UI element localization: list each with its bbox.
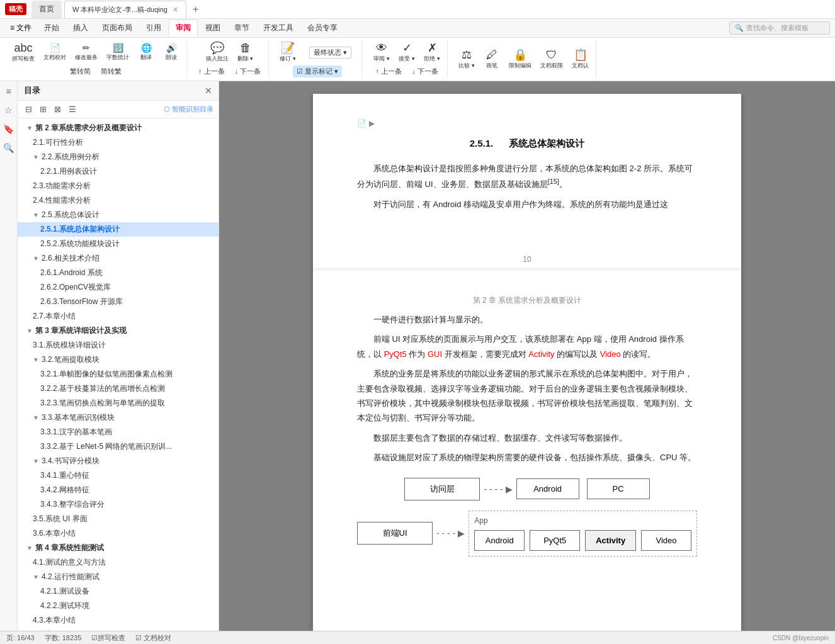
toc-item[interactable]: 4.2.2.测试环境	[18, 599, 219, 613]
toc-item-active[interactable]: 2.5.1.系统总体架构设计	[18, 222, 219, 237]
accept-btn[interactable]: ✓ 接受 ▾	[395, 41, 418, 64]
prev-comment-btn[interactable]: ↑ 上一条	[195, 65, 229, 77]
toc-toolbar: ⊟ ⊞ ⊠ ☰ ⬡ 智能识别目录	[18, 101, 219, 118]
document-area[interactable]: 📄 ▶ 2.5.1. 系统总体架构设计 系统总体架构设计是指按照多种角度进行分层…	[219, 81, 835, 631]
pen-btn[interactable]: 🖊 画笔	[480, 48, 503, 71]
sidebar-bookmark-icon[interactable]: 🔖	[1, 121, 16, 137]
toc-item-label: 3.4.3.整字综合评分	[40, 499, 105, 510]
toc-icon3[interactable]: ⊠	[52, 103, 64, 115]
sidebar-search-icon[interactable]: 🔍	[1, 140, 16, 155]
toc-item[interactable]: ▼ 总结	[18, 628, 219, 631]
toc-item[interactable]: 2.6.3.TensorFlow 开源库	[18, 295, 219, 309]
toc-icon1[interactable]: ⊟	[23, 103, 35, 115]
toc-item[interactable]: 3.4.2.网格特征	[18, 483, 219, 497]
review-btn[interactable]: 👁 审阅 ▾	[370, 41, 393, 64]
toc-icon4[interactable]: ☰	[66, 103, 79, 115]
tab-huiyuan[interactable]: 会员专享	[301, 20, 344, 36]
toc-item[interactable]: ▼ 3.2.笔画提取模块	[18, 353, 219, 367]
toc-item[interactable]: 2.2.1.用例表设计	[18, 164, 219, 179]
toc-item[interactable]: 3.6.本章小结	[18, 526, 219, 541]
toc-item[interactable]: 3.2.1.单帧图像的疑似笔画图像素点检测	[18, 367, 219, 381]
toc-close-btn[interactable]: ✕	[205, 86, 212, 96]
toc-item[interactable]: 4.1.测试的意义与方法	[18, 555, 219, 570]
final-state-btn[interactable]: 最终状态 ▾	[302, 45, 358, 60]
next-change-btn[interactable]: ↓ 下一条	[408, 65, 442, 77]
tab-kaishi[interactable]: 开始	[38, 20, 65, 36]
toc-item[interactable]: 3.5.系统 UI 界面	[18, 512, 219, 526]
delete-comment-btn[interactable]: 🗑 删除 ▾	[234, 41, 257, 64]
tab-kaifa[interactable]: 开发工具	[257, 20, 300, 36]
reject-btn[interactable]: ✗ 拒绝 ▾	[421, 41, 443, 64]
spell-check-btn[interactable]: abc 拼写检查	[9, 41, 38, 64]
toc-item[interactable]: ▼ 4.2.运行性能测试	[18, 570, 219, 584]
highlight-gui: GUI	[428, 349, 442, 359]
modify-service-btn[interactable]: ✏ 修改服务	[72, 42, 101, 63]
toc-item[interactable]: 2.4.性能需求分析	[18, 193, 219, 208]
toc-item[interactable]: ▼ 3.3.基本笔画识别模块	[18, 410, 219, 425]
file-menu[interactable]: ≡ 文件	[5, 20, 37, 36]
toc-smart-btn[interactable]: ⬡ 智能识别目录	[164, 105, 213, 114]
compare-docs-btn[interactable]: ⚖ 比较 ▾	[455, 48, 478, 71]
sidebar-menu-icon[interactable]: ≡	[1, 84, 16, 99]
toc-item[interactable]: ▼ 2.6.相关技术介绍	[18, 251, 219, 266]
prev-change-btn[interactable]: ↑ 上一条	[372, 65, 406, 77]
ribbon: ≡ 文件 开始 插入 页面布局 引用 审阅 视图 章节 开发工具 会员专享 🔍 …	[0, 19, 835, 81]
diagram-row-1: 访问层 - - - - ▶ Android PC	[357, 478, 697, 500]
track-changes-btn[interactable]: 📝 修订 ▾	[276, 41, 299, 64]
toc-item[interactable]: 2.3.功能需求分析	[18, 179, 219, 193]
simp-to-trad-btn[interactable]: 简转繁	[97, 65, 125, 77]
toc-item[interactable]: ▼ 第 3 章系统详细设计及实现	[18, 324, 219, 338]
toc-item[interactable]: ▼ 第 4 章系统性能测试	[18, 541, 219, 555]
review-icon: 👁	[376, 42, 387, 54]
toc-item[interactable]: 3.4.1.重心特征	[18, 468, 219, 483]
translate-btn[interactable]: 🌐 翻译	[135, 42, 157, 63]
toc-item[interactable]: 2.5.2.系统功能模块设计	[18, 237, 219, 251]
read-icon: 🔊	[166, 43, 177, 52]
show-markup-btn[interactable]: ☑ 显示标记 ▾	[293, 65, 342, 77]
insert-comment-btn[interactable]: 💬 插入批注	[203, 41, 232, 64]
toc-item[interactable]: 3.4.3.整字综合评分	[18, 497, 219, 512]
toc-item[interactable]: 2.6.1.Android 系统	[18, 266, 219, 280]
toc-item[interactable]: 3.2.3.笔画切换点检测与单笔画的提取	[18, 396, 219, 410]
search-placeholder: 查找命令、搜索模板	[746, 23, 809, 33]
toc-item[interactable]: 3.2.2.基于枝蔓算法的笔画增长点检测	[18, 381, 219, 396]
toc-item-label: 3.3.1.汉字的基本笔画	[40, 427, 112, 438]
doc-auth-btn[interactable]: 📋 文档认	[569, 48, 592, 71]
toc-item-label: 3.1.系统模块详细设计	[33, 340, 106, 351]
sidebar-star-icon[interactable]: ☆	[1, 103, 16, 118]
wps-logo-tab[interactable]: 稿壳	[5, 3, 26, 15]
toc-view-icons: ⊟ ⊞ ⊠ ☰	[23, 103, 79, 115]
toc-item[interactable]: 4.2.1.测试设备	[18, 584, 219, 599]
toc-icon2[interactable]: ⊞	[37, 103, 49, 115]
reject-icon: ✗	[428, 42, 437, 54]
tab-shenyue[interactable]: 审阅	[169, 20, 198, 37]
toc-item[interactable]: ▼ 第 2 章系统需求分析及概要设计	[18, 121, 219, 135]
toc-item[interactable]: 3.3.1.汉字的基本笔画	[18, 425, 219, 439]
toc-item[interactable]: 2.6.2.OpenCV视觉库	[18, 280, 219, 295]
toc-item[interactable]: ▼ 2.2.系统用例分析	[18, 150, 219, 164]
toc-item[interactable]: 2.7.本章小结	[18, 309, 219, 324]
close-tab-icon[interactable]: ✕	[173, 6, 178, 14]
toc-item[interactable]: 4.3.本章小结	[18, 613, 219, 628]
tab-yemian[interactable]: 页面布局	[96, 20, 139, 36]
doc-compare-btn[interactable]: 📄 文档校对	[40, 42, 69, 63]
toc-item[interactable]: ▼ 2.5.系统总体设计	[18, 208, 219, 222]
trad-to-simp-btn[interactable]: 繁转简	[66, 65, 94, 77]
toc-item[interactable]: ▼ 3.4.书写评分模块	[18, 454, 219, 468]
tab-doc[interactable]: W 本科毕业论文-李...稿-duqing ✕	[64, 1, 186, 18]
word-count-btn[interactable]: 🔢 字数统计	[103, 42, 132, 63]
tab-yinyong[interactable]: 引用	[140, 20, 168, 36]
doc-permission-btn[interactable]: 🛡 文档权限	[537, 48, 566, 71]
tab-home[interactable]: 首页	[31, 1, 62, 18]
next-comment-btn[interactable]: ↓ 下一条	[231, 65, 265, 77]
toc-item[interactable]: 2.1.可行性分析	[18, 135, 219, 150]
tab-zhangjie[interactable]: 章节	[228, 20, 256, 36]
new-tab-btn[interactable]: +	[189, 4, 202, 15]
restrict-edit-btn[interactable]: 🔒 限制编辑	[506, 48, 535, 71]
tab-charu[interactable]: 插入	[67, 20, 94, 36]
toc-item[interactable]: 3.1.系统模块详细设计	[18, 338, 219, 353]
ribbon-search[interactable]: 🔍 查找命令、搜索模板	[729, 21, 830, 35]
tab-shitu[interactable]: 视图	[199, 20, 227, 36]
read-aloud-btn[interactable]: 🔊 朗读	[160, 42, 183, 63]
toc-item[interactable]: 3.3.2.基于 LeNet-5 网络的笔画识别训...	[18, 439, 219, 454]
